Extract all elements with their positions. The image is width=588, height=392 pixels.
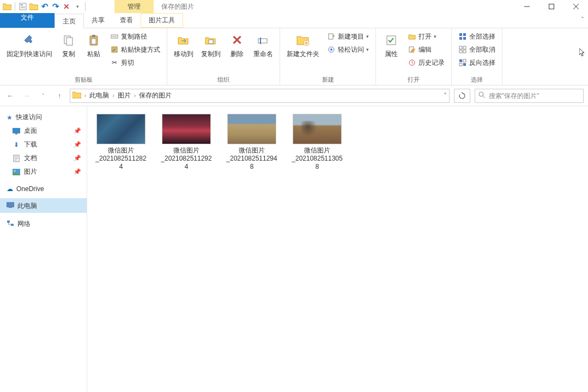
breadcrumb-item[interactable]: 保存的图片 (139, 91, 172, 100)
breadcrumb-item[interactable]: 此电脑 (89, 91, 109, 100)
ribbon-collapse[interactable]: ˆ (581, 16, 584, 24)
tab-view[interactable]: 查看 (112, 13, 141, 28)
easy-access-icon (327, 45, 336, 54)
maximize-button[interactable] (539, 0, 563, 13)
group-new: 新建文件夹 新建项目 ▾ 轻松访问 ▾ 新建 (280, 28, 376, 85)
select-all-button[interactable]: 全部选择 (456, 30, 498, 42)
svg-rect-3 (21, 8, 25, 8)
svg-rect-36 (463, 63, 466, 66)
svg-rect-29 (459, 46, 462, 49)
file-item[interactable]: 微信图片_20210825112948 (225, 114, 279, 171)
cut-button[interactable]: ✂ 剪切 (108, 57, 162, 69)
rename-button[interactable]: 重命名 (251, 30, 275, 59)
redo-icon[interactable]: ↷ (51, 2, 60, 11)
tab-share[interactable]: 共享 (84, 13, 112, 28)
folder-icon (72, 91, 81, 100)
history-button[interactable]: 历史记录 (405, 57, 447, 69)
thumbnail (227, 114, 276, 144)
breadcrumb-item[interactable]: 图片 (118, 91, 131, 100)
svg-rect-25 (459, 33, 462, 36)
back-button[interactable]: ← (4, 90, 16, 102)
svg-rect-35 (459, 63, 462, 66)
pin-to-quick-button[interactable]: 固定到快速访问 (4, 30, 54, 59)
content-area[interactable]: 微信图片_20210825112824微信图片_20210825112924微信… (87, 106, 588, 392)
edit-label: 编辑 (419, 45, 432, 54)
copy-to-icon (202, 32, 220, 49)
tab-picture-tools[interactable]: 图片工具 (141, 13, 183, 28)
svg-rect-31 (459, 50, 462, 53)
group-organize-label: 组织 (172, 75, 275, 84)
delete-icon[interactable]: ✕ (62, 2, 71, 11)
chevron-right-icon[interactable]: › (134, 93, 136, 99)
select-none-button[interactable]: 全部取消 (456, 44, 498, 56)
nav-downloads[interactable]: ⬇ 下载 📌 (0, 138, 87, 151)
nav-documents[interactable]: 文档 📌 (0, 151, 87, 165)
copy-button[interactable]: 复制 (58, 30, 80, 59)
rename-label: 重命名 (253, 50, 273, 58)
chevron-down-icon[interactable]: ▾ (72, 2, 82, 11)
up-button[interactable]: ↑ (53, 90, 65, 102)
thumbnail (162, 114, 211, 144)
file-name: 微信图片_20210825112924 (161, 146, 211, 171)
minimize-button[interactable] (514, 0, 539, 13)
file-item[interactable]: 微信图片_20210825112924 (159, 114, 214, 171)
search-box[interactable] (475, 89, 584, 103)
refresh-button[interactable] (454, 89, 470, 103)
nav-onedrive-label: OneDrive (16, 185, 44, 193)
chevron-up-icon[interactable]: ˆ (581, 16, 584, 24)
file-name: 微信图片_20210825112824 (95, 146, 146, 171)
paste-button[interactable]: 粘贴 (83, 30, 105, 59)
breadcrumb-bar[interactable]: › 此电脑 › 图片 › 保存的图片 ˅ (70, 89, 450, 103)
invert-selection-button[interactable]: 反向选择 (456, 57, 498, 69)
close-button[interactable] (563, 0, 588, 13)
chevron-down-icon[interactable]: ˅ (444, 92, 447, 100)
svg-rect-46 (7, 220, 10, 223)
history-icon (408, 58, 416, 67)
nav-network[interactable]: 网络 (0, 216, 87, 231)
chevron-right-icon[interactable]: › (84, 93, 86, 99)
svg-rect-11 (92, 35, 95, 37)
new-folder-icon[interactable] (29, 2, 39, 11)
nav-onedrive[interactable]: ☁ OneDrive (0, 182, 87, 195)
nav-pane[interactable]: ★ 快速访问 桌面 📌 ⬇ 下载 📌 文档 📌 图片 📌 (0, 106, 87, 392)
copy-to-label: 复制到 (201, 50, 221, 58)
file-item[interactable]: 微信图片_20210825113058 (290, 114, 344, 171)
group-organize: 移动到 复制到 ✕ 删除 重命名 组织 (167, 28, 280, 85)
svg-rect-45 (9, 207, 12, 208)
svg-rect-33 (459, 59, 462, 62)
move-label: 移动到 (174, 50, 193, 58)
paste-shortcut-button[interactable]: 粘贴快捷方式 (108, 44, 162, 56)
tab-home[interactable]: 主页 (54, 14, 84, 28)
nav-quick-access[interactable]: ★ 快速访问 (0, 109, 87, 124)
delete-button[interactable]: ✕ 删除 (226, 30, 248, 59)
search-input[interactable] (489, 92, 580, 100)
download-icon: ⬇ (12, 140, 21, 149)
recent-dropdown[interactable]: ˅ (37, 90, 49, 102)
group-open-label: 打开 (380, 75, 447, 84)
properties-icon[interactable] (18, 2, 28, 11)
copy-icon (60, 32, 77, 49)
properties-button[interactable]: 属性 (380, 30, 402, 59)
new-item-button[interactable]: 新建项目 ▾ (325, 30, 371, 42)
ribbon-tabs: 文件 主页 共享 查看 图片工具 ˆ (0, 13, 588, 28)
open-button[interactable]: 打开 ▾ (405, 30, 447, 42)
history-label: 历史记录 (419, 58, 445, 68)
move-to-button[interactable]: 移动到 (172, 30, 196, 59)
svg-rect-27 (459, 37, 462, 40)
nav-desktop[interactable]: 桌面 📌 (0, 124, 87, 138)
copy-to-button[interactable]: 复制到 (199, 30, 223, 59)
copy-path-button[interactable]: 复制路径 (108, 30, 162, 42)
undo-icon[interactable]: ↶ (40, 2, 50, 11)
nav-pictures[interactable]: 图片 📌 (0, 165, 87, 179)
nav-this-pc[interactable]: 此电脑 (0, 198, 87, 213)
file-item[interactable]: 微信图片_20210825112824 (94, 114, 148, 171)
thumbnail (293, 114, 342, 144)
tab-file[interactable]: 文件 (0, 13, 54, 28)
svg-rect-12 (92, 39, 96, 44)
new-folder-button[interactable]: 新建文件夹 (284, 30, 322, 59)
chevron-right-icon[interactable]: › (112, 93, 114, 99)
easy-access-button[interactable]: 轻松访问 ▾ (325, 44, 371, 56)
forward-button[interactable]: → (21, 90, 33, 102)
edit-button[interactable]: 编辑 (405, 44, 447, 56)
address-bar: ← → ˅ ↑ › 此电脑 › 图片 › 保存的图片 ˅ (0, 85, 588, 106)
